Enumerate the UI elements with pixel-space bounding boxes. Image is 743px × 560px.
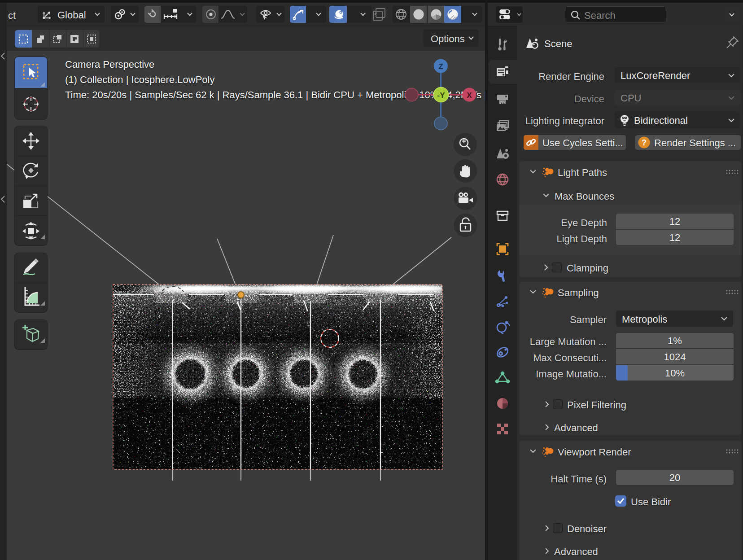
- svg-text:X: X: [467, 91, 472, 100]
- svg-text:Z: Z: [438, 62, 443, 71]
- svg-text:?: ?: [642, 138, 647, 147]
- svg-text:-Y: -Y: [437, 91, 446, 100]
